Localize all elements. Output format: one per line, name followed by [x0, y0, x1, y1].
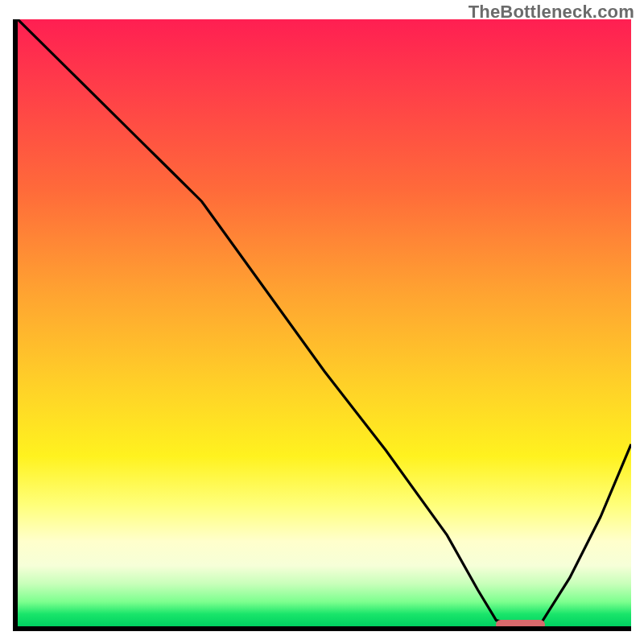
chart-frame: TheBottleneck.com	[0, 0, 644, 644]
axes-border	[13, 19, 631, 631]
